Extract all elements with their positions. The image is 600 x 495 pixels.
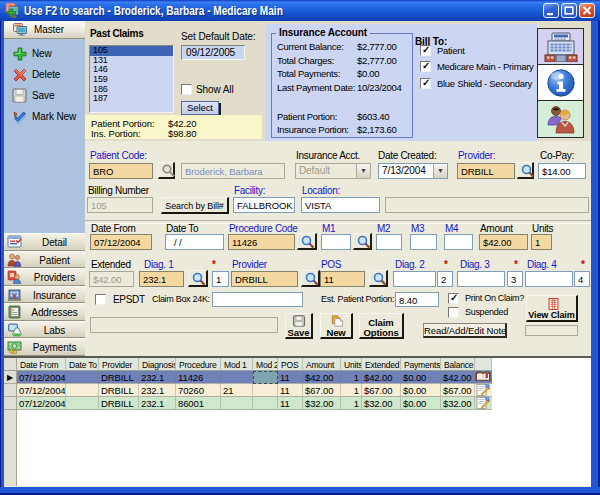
bill-to-patient-checkbox[interactable]: ✓: [420, 45, 431, 56]
info-button[interactable]: [538, 65, 583, 101]
procedure-search-button[interactable]: [297, 233, 317, 250]
minimize-button[interactable]: [543, 3, 559, 18]
diag1-num-field[interactable]: 1: [212, 271, 229, 287]
past-claims-listbox[interactable]: 105 131 146 159 186 187: [89, 45, 174, 113]
location-field[interactable]: VISTA: [301, 197, 380, 213]
column-header[interactable]: Mod 1: [221, 358, 253, 371]
copay-field[interactable]: $14.00: [538, 163, 586, 179]
column-header[interactable]: Payments: [401, 358, 441, 371]
facility-field[interactable]: FALLBROOK: [233, 197, 295, 213]
cell-mod1[interactable]: 21: [221, 384, 253, 397]
maximize-button[interactable]: [561, 3, 577, 18]
diag1-search-button[interactable]: [188, 270, 208, 287]
cell-mod2[interactable]: [253, 397, 278, 410]
diag4-num-field[interactable]: 4: [574, 271, 590, 287]
claim-options-button[interactable]: Claim Options: [359, 313, 404, 339]
cell-units[interactable]: 1: [341, 397, 362, 410]
diag3-field[interactable]: [457, 271, 505, 287]
cell-date-from[interactable]: 07/12/2004: [17, 397, 66, 410]
cell-mod1[interactable]: [221, 371, 253, 384]
pos-search-button[interactable]: [369, 270, 388, 287]
sidebar-action-new[interactable]: New: [4, 44, 85, 64]
cell-date-to[interactable]: [66, 397, 99, 410]
select-button[interactable]: Select: [181, 101, 219, 115]
cell-diagnosis[interactable]: 232.1: [139, 371, 176, 384]
save-claim-button[interactable]: Save: [285, 313, 313, 339]
column-header[interactable]: Amount: [303, 358, 341, 371]
date-from-field[interactable]: 07/12/2004: [90, 234, 152, 250]
est-patient-portion-field[interactable]: 8.40: [395, 292, 439, 307]
cell-mod2-focused[interactable]: [253, 371, 278, 384]
epsdt-checkbox[interactable]: [95, 294, 106, 305]
sidebar-action-delete[interactable]: Delete: [4, 65, 85, 85]
column-header[interactable]: Diagnosis: [139, 358, 176, 371]
patient-code-field[interactable]: BRO: [89, 163, 153, 179]
provider-search-button[interactable]: [517, 162, 534, 179]
cell-units[interactable]: 1: [341, 384, 362, 397]
view-claim-button[interactable]: View Claim: [526, 295, 578, 322]
suspended-checkbox[interactable]: [448, 307, 459, 318]
cell-date-from[interactable]: 07/12/2004: [17, 371, 66, 384]
print-on-claim-checkbox[interactable]: ✓: [448, 293, 459, 304]
provider2-search-button[interactable]: [301, 270, 320, 287]
cell-provider[interactable]: DRBILL: [99, 371, 139, 384]
cell-procedure[interactable]: 11426: [176, 371, 221, 384]
grid-row[interactable]: 07/12/2004 DRBILL 232.1 70260 21 11 $67.…: [17, 384, 479, 397]
row-icon-cell[interactable]: [475, 397, 492, 410]
column-header[interactable]: Date From: [17, 358, 66, 371]
cell-balance[interactable]: $67.00: [441, 384, 475, 397]
cell-payments[interactable]: $0.00: [401, 397, 441, 410]
billing-button[interactable]: [538, 29, 583, 65]
provider-field[interactable]: DRBILL: [457, 163, 515, 179]
column-header[interactable]: Mod 2: [253, 358, 278, 371]
cell-mod2[interactable]: [253, 384, 278, 397]
cell-date-to[interactable]: [66, 384, 99, 397]
cell-amount[interactable]: $67.00: [303, 384, 341, 397]
cell-procedure[interactable]: 70260: [176, 384, 221, 397]
sidebar-item-labs[interactable]: Labs: [4, 321, 85, 339]
provider2-field[interactable]: DRBILL: [231, 271, 298, 287]
cell-pos[interactable]: 11: [278, 397, 303, 410]
grid-row-selected[interactable]: 07/12/2004 DRBILL 232.1 11426 11 $42.00 …: [17, 371, 479, 384]
cell-provider[interactable]: DRBILL: [99, 384, 139, 397]
diag3-num-field[interactable]: 3: [507, 271, 523, 287]
cell-balance[interactable]: $32.00: [441, 397, 475, 410]
set-default-date-field[interactable]: 09/12/2005: [181, 45, 245, 60]
cell-extended[interactable]: $42.00: [362, 371, 401, 384]
sidebar-item-providers[interactable]: Providers: [4, 268, 85, 286]
cell-date-to[interactable]: [66, 371, 99, 384]
title-bar[interactable]: Use F2 to search - Broderick, Barbara - …: [0, 0, 600, 21]
cell-payments[interactable]: $0.00: [401, 371, 441, 384]
date-created-dropdown[interactable]: 7/13/2004 ▼: [378, 163, 448, 179]
m4-field[interactable]: [444, 234, 473, 250]
note-button[interactable]: Read/Add/Edit Note: [423, 323, 507, 338]
bill-to-blueshield-checkbox[interactable]: ✓: [420, 78, 431, 89]
cell-diagnosis[interactable]: 232.1: [139, 384, 176, 397]
search-by-bill-button[interactable]: Search by Bill#: [161, 197, 229, 214]
date-to-field[interactable]: / /: [165, 234, 224, 250]
grid-row[interactable]: 07/12/2004 DRBILL 232.1 86001 11 $32.00 …: [17, 397, 479, 410]
new-claim-button[interactable]: New: [320, 313, 353, 339]
cell-extended[interactable]: $67.00: [362, 384, 401, 397]
show-all-checkbox[interactable]: [181, 84, 192, 95]
sidebar-item-payments[interactable]: Payments: [4, 338, 85, 356]
cell-provider[interactable]: DRBILL: [99, 397, 139, 410]
cell-procedure[interactable]: 86001: [176, 397, 221, 410]
cell-mod1[interactable]: [221, 397, 253, 410]
amount-field[interactable]: $42.00: [479, 234, 528, 250]
cell-extended[interactable]: $32.00: [362, 397, 401, 410]
list-item[interactable]: 187: [90, 94, 173, 104]
cell-pos[interactable]: 11: [278, 371, 303, 384]
sidebar-header-master[interactable]: Master: [4, 21, 85, 39]
close-button[interactable]: [579, 3, 595, 18]
column-header[interactable]: POS: [278, 358, 303, 371]
patient-search-button[interactable]: [158, 162, 175, 179]
row-icon-cell[interactable]: [475, 384, 492, 397]
sidebar-item-insurance[interactable]: Insurance: [4, 286, 85, 304]
sidebar-action-save[interactable]: Save: [4, 86, 85, 106]
diag2-num-field[interactable]: 2: [437, 271, 453, 287]
column-header[interactable]: Date To: [66, 358, 99, 371]
sidebar-item-detail[interactable]: Detail: [4, 233, 85, 251]
row-icon-cell[interactable]: [475, 371, 492, 384]
procedure-code-field[interactable]: 11426: [228, 234, 295, 250]
